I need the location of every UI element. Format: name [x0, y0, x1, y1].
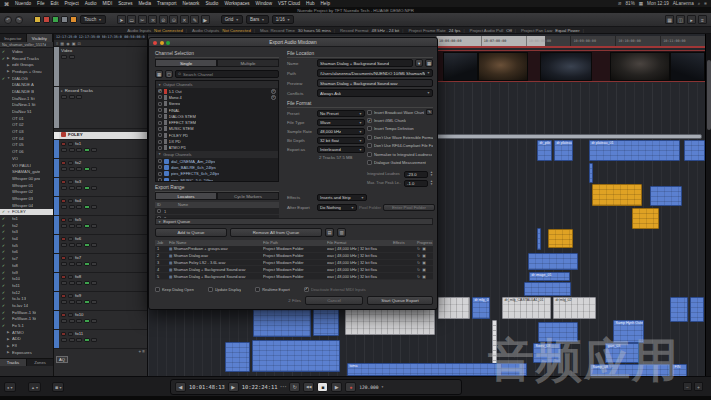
- track-list-toolbar-icon[interactable]: ⊡: [77, 41, 80, 46]
- outputs-group-header[interactable]: ▼ Output Channels: [156, 81, 278, 88]
- write-automation-button[interactable]: [84, 281, 90, 286]
- solo-button[interactable]: [68, 218, 73, 222]
- audio-clip[interactable]: dr_pile: [537, 140, 552, 161]
- audio-clip[interactable]: [650, 186, 682, 206]
- solo-button[interactable]: [68, 161, 73, 165]
- solo-button[interactable]: [68, 332, 73, 336]
- edit-channel-button[interactable]: [91, 243, 97, 248]
- queue-row[interactable]: 4 ▤ Shaman Dialog + Background Sound.wav…: [155, 266, 433, 273]
- read-automation-button[interactable]: [76, 262, 82, 267]
- audio-clip[interactable]: [538, 322, 578, 342]
- visibility-check[interactable]: ✓: [1, 223, 6, 228]
- menubar-item[interactable]: Scores: [118, 1, 132, 6]
- audio-track-header[interactable]: fo10: [54, 311, 147, 330]
- mute-button[interactable]: [61, 275, 66, 279]
- mute-button[interactable]: [61, 180, 66, 184]
- option-edit-button[interactable]: ✎: [426, 109, 433, 115]
- queue-option-button[interactable]: ▥: [337, 228, 346, 237]
- visibility-list-item[interactable]: ✓ fo11: [0, 282, 53, 289]
- edit-channel-button[interactable]: [91, 205, 97, 210]
- menubar-item[interactable]: Window: [256, 1, 272, 6]
- audio-clip[interactable]: [684, 140, 705, 161]
- audio-clip[interactable]: Samp_08: [590, 364, 670, 376]
- track-zoom-control[interactable]: + ≡: [138, 349, 145, 354]
- grid-dropdown[interactable]: Grid ▼: [221, 15, 243, 24]
- audio-clip[interactable]: dr mlg_01: [472, 297, 490, 319]
- queue-row[interactable]: 2 ▤ Shaman Dialog.wav Project Mixdown Fo…: [155, 253, 433, 260]
- visibility-list-item[interactable]: ✓ fo6: [0, 249, 53, 256]
- path-input[interactable]: /Users/alanenna/Documents/NUENDO 10/M6 S…: [317, 69, 433, 77]
- aq-indicator[interactable]: AQ: [56, 356, 68, 363]
- name-options-button[interactable]: ▦: [425, 59, 433, 67]
- mute-button[interactable]: [61, 332, 66, 336]
- monitor-button[interactable]: [69, 167, 75, 172]
- state-button[interactable]: [70, 16, 77, 23]
- visibility-list-item[interactable]: ✓ fo7: [0, 255, 53, 262]
- window-layout-button[interactable]: ▸: [687, 15, 696, 24]
- monitor-button[interactable]: [69, 243, 75, 248]
- video-thumbnail[interactable]: [610, 52, 670, 81]
- visibility-check[interactable]: ✓: [1, 76, 6, 81]
- visibility-list-item[interactable]: ✓ fo5: [0, 242, 53, 249]
- visibility-list-item[interactable]: Whisper 04: [0, 202, 53, 209]
- track-list-toolbar-icon[interactable]: ▣: [72, 41, 76, 46]
- channel-checkbox[interactable]: [158, 108, 162, 112]
- mute-button[interactable]: [61, 199, 66, 203]
- mute-button[interactable]: [61, 95, 67, 100]
- lock-button[interactable]: [69, 55, 75, 60]
- visibility-check[interactable]: ✓: [1, 256, 6, 261]
- audio-clip[interactable]: [492, 320, 497, 365]
- format-option[interactable]: ✓ Insert iXML Chunk: [367, 116, 433, 124]
- record-enable-button[interactable]: [61, 262, 67, 267]
- visibility-check[interactable]: ✓: [1, 229, 6, 234]
- visibility-check[interactable]: ✓: [1, 316, 6, 321]
- refresh-icon[interactable]: ↻: [417, 260, 420, 265]
- dialog-titlebar[interactable]: Export Audio Mixdown: [149, 38, 437, 47]
- jump-left-button[interactable]: ◀: [175, 382, 186, 392]
- menubar-item[interactable]: File: [37, 1, 44, 6]
- read-automation-button[interactable]: [76, 205, 82, 210]
- audio-clip[interactable]: [592, 184, 642, 206]
- expand-arrow-icon[interactable]: ▶: [7, 330, 11, 334]
- redo-button[interactable]: ↷: [15, 16, 23, 24]
- bottom-left-widget[interactable]: ● ▾: [4, 382, 16, 392]
- read-automation-button[interactable]: [76, 300, 82, 305]
- visibility-check[interactable]: ✓: [1, 276, 6, 281]
- visibility-list-item[interactable]: ▶ Exposures: [0, 349, 53, 356]
- tab-single[interactable]: Single: [155, 59, 217, 67]
- state-button[interactable]: [61, 16, 68, 23]
- channel-checkbox[interactable]: [158, 172, 162, 176]
- audio-track-header[interactable]: fo1: [54, 140, 147, 159]
- edit-channel-button[interactable]: [91, 281, 97, 286]
- visibility-list-item[interactable]: ✓ fo1: [0, 215, 53, 222]
- read-automation-button[interactable]: [76, 319, 82, 324]
- record-enable-button[interactable]: [61, 167, 67, 172]
- visibility-list-item[interactable]: ✓ fo12: [0, 289, 53, 296]
- option-checkbox[interactable]: [367, 135, 372, 140]
- visibility-check[interactable]: ✓: [1, 243, 6, 248]
- stepper-arrows[interactable]: ▲▼: [430, 180, 433, 186]
- tab-tracks[interactable]: Tracks: [0, 359, 27, 366]
- channel-checkbox[interactable]: [158, 133, 162, 137]
- refresh-icon[interactable]: ↻: [417, 253, 420, 258]
- visibility-check[interactable]: ✓: [1, 209, 6, 214]
- expand-arrow-icon[interactable]: ▼: [7, 210, 11, 214]
- audio-clip[interactable]: [313, 308, 339, 336]
- audio-clip[interactable]: gain_03: [605, 343, 639, 363]
- add-to-queue-button[interactable]: Add to Queue: [155, 228, 227, 237]
- visibility-check[interactable]: ✓: [1, 236, 6, 241]
- queue-footer-option[interactable]: ✓ Deactivate External MIDI Inputs: [304, 285, 366, 293]
- queue-row[interactable]: 1 ▤ ShamanPredawn + groups.wav Project M…: [155, 246, 433, 253]
- format-option[interactable]: Insert Broadcast Wave Chunk ✎: [367, 108, 433, 116]
- audio-track-header[interactable]: fo2: [54, 159, 147, 178]
- visibility-check[interactable]: ✓: [1, 49, 6, 54]
- mute-button[interactable]: [61, 294, 66, 298]
- undo-button[interactable]: ↶: [4, 16, 12, 24]
- track-list-toolbar-icon[interactable]: ◉: [66, 41, 70, 46]
- queue-footer-option[interactable]: Update Display: [208, 285, 241, 293]
- menubar-item[interactable]: MIDI: [102, 1, 112, 6]
- format-dropdown[interactable]: No Preset▼: [317, 110, 365, 118]
- visibility-list-item[interactable]: ✓ ▼ FOLEY: [0, 209, 53, 216]
- vertical-scrollbar[interactable]: [705, 34, 711, 376]
- mute-button[interactable]: [61, 237, 66, 241]
